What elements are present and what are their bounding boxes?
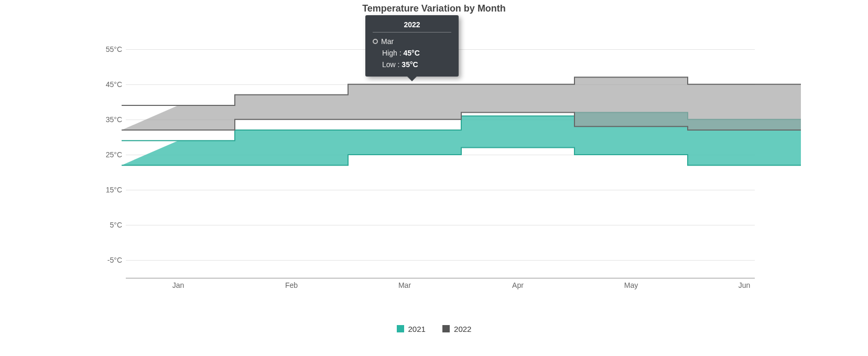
tooltip: 2022 Mar High : 45°C Low : 35°C	[365, 15, 459, 77]
tooltip-low-value: 35°C	[402, 60, 418, 69]
legend-item-2021[interactable]: 2021	[397, 325, 426, 333]
x-axis-tick-label: Jan	[172, 281, 185, 289]
legend-item-2022[interactable]: 2022	[442, 325, 471, 333]
x-axis-tick-label: Feb	[285, 281, 298, 289]
tooltip-high-value: 45°C	[403, 49, 419, 57]
legend-label: 2021	[408, 325, 426, 333]
legend-swatch-icon	[442, 325, 450, 332]
y-axis-tick-label: -5°C	[97, 256, 122, 264]
y-axis-tick-label: 45°C	[97, 80, 122, 89]
tooltip-high-label: High :	[382, 49, 402, 57]
tooltip-marker-icon	[373, 39, 378, 44]
legend: 2021 2022	[0, 325, 868, 335]
y-axis-tick-label: 25°C	[97, 150, 122, 159]
x-axis-tick-label: Mar	[398, 281, 411, 289]
tooltip-low-label: Low :	[382, 60, 399, 69]
legend-label: 2022	[454, 325, 471, 333]
y-axis-tick-label: 35°C	[97, 115, 122, 124]
y-axis-tick-label: 5°C	[97, 221, 122, 229]
chart-title: Temperature Variation by Month	[0, 3, 868, 14]
x-axis-tick-label: May	[624, 281, 638, 289]
x-axis-line	[126, 278, 755, 278]
legend-swatch-icon	[397, 325, 404, 332]
tooltip-series-name: 2022	[373, 20, 451, 33]
x-axis-tick-label: Jun	[739, 281, 751, 289]
tooltip-category: Mar	[381, 36, 394, 47]
y-axis-tick-label: 55°C	[97, 45, 122, 53]
x-axis-tick-label: Apr	[512, 281, 524, 289]
chart-container: Temperature Variation by Month -5°C5°C15…	[0, 0, 868, 356]
y-axis-tick-label: 15°C	[97, 186, 122, 194]
